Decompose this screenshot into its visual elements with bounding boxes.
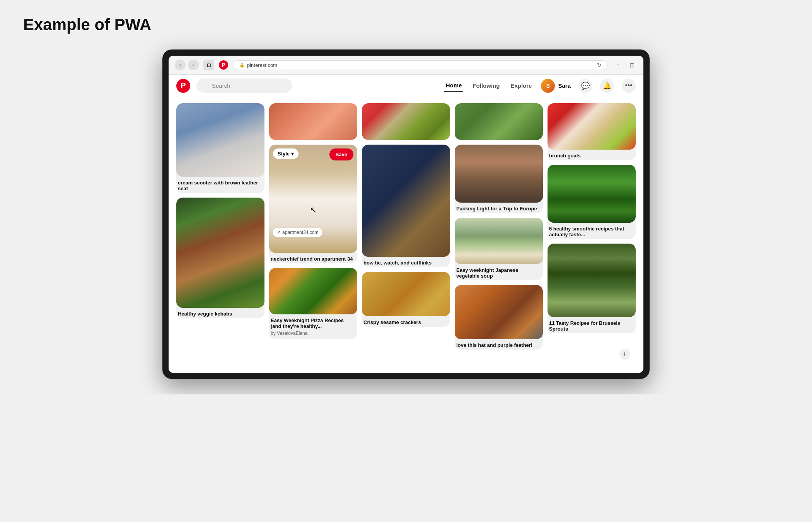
pin-image-scooter [176,103,264,177]
avatar: S [541,79,555,93]
fullscreen-icon: ⊡ [629,61,635,69]
pin-image-soup [455,218,543,264]
pin-caption-fashion: neckerchief trend on apartment 34 [269,253,357,263]
search-wrap: 🔍 [196,78,390,93]
style-label: Style [278,151,290,157]
pin-bottom3[interactable] [455,103,543,140]
pinterest-header: P 🔍 Home Following Explore S Sara 💬 🔔 [169,75,643,97]
pin-caption-brussels: 11 Tasty Recipes for Brussels Sprouts [548,317,636,333]
pin-caption-vegkebab: Healthy veggie kebabs [176,308,264,318]
add-pin-button[interactable]: + [619,349,630,360]
reload-icon[interactable]: ↻ [597,62,601,68]
pin-hat[interactable]: love this hat and purple feather! [455,285,543,350]
browser-nav: ‹ › [175,60,199,70]
pin-image-vegkebab [176,198,264,308]
pins-container: cream scooter with brown leather seat He… [169,97,643,373]
tabs-icon: ⊡ [207,62,211,68]
pin-image-smoothie [548,165,636,223]
forward-button[interactable]: › [188,60,199,70]
pin-bottom2[interactable] [362,103,450,140]
url-text: pinterest.com [247,62,277,68]
nav-home[interactable]: Home [444,80,464,92]
pin-caption-soup: Easy weeknight Japanese vegetable soup [455,264,543,280]
more-options-button[interactable]: ••• [622,79,636,93]
pin-fashion[interactable]: Style ▾ Save ↖ ↗ apartment34.com neckerc… [269,145,357,263]
pin-travel[interactable]: Packing Light for a Trip to Europe [455,145,543,213]
plus-icon: + [623,350,627,358]
notifications-button[interactable]: 🔔 [600,79,614,93]
bell-icon: 🔔 [603,82,611,90]
masonry-grid: cream scooter with brown leather seat He… [176,103,636,350]
link-text: apartment34.com [282,230,318,235]
browser-actions: ↑ ⊡ [612,60,637,70]
arrow-left-icon: ‹ [179,62,181,68]
page-title: Example of PWA [23,15,789,34]
user-menu[interactable]: S Sara [541,79,571,93]
style-dropdown[interactable]: Style ▾ [273,148,299,159]
pin-caption-travel: Packing Light for a Trip to Europe [455,203,543,213]
arrow-right-icon: › [193,62,194,68]
pin-image-travel [455,145,543,203]
pin-vegkebab[interactable]: Healthy veggie kebabs [176,198,264,318]
pin-soup[interactable]: Easy weeknight Japanese vegetable soup [455,218,543,280]
pin-caption-watch: bow tie, watch, and cufflinks [362,257,450,267]
device-frame: ‹ › ⊡ P 🔒 pinterest.com ↻ ↑ ⊡ [162,49,650,379]
pinterest-app: P 🔍 Home Following Explore S Sara 💬 🔔 [169,75,643,373]
pin-caption-scooter: cream scooter with brown leather seat [176,177,264,193]
pin-image-pizza [269,268,357,314]
pin-image-crackers [362,272,450,316]
pin-caption-brunch: brunch goals [548,150,636,160]
pin-crackers[interactable]: Crispy sesame crackers [362,272,450,327]
chat-button[interactable]: 💬 [578,79,592,93]
pin-image-watch [362,145,450,257]
username-label: Sara [558,82,571,89]
pin-caption-hat: love this hat and purple feather! [455,339,543,350]
pin-image-bottom2 [362,103,450,140]
search-input[interactable] [196,78,292,93]
pin-smoothie[interactable]: 6 healthy smoothie recipes that actually… [548,165,636,239]
back-button[interactable]: ‹ [175,60,186,70]
link-badge: ↗ apartment34.com [273,228,322,237]
pinterest-logo[interactable]: P [176,79,190,93]
pinterest-favicon: P [219,60,228,70]
chevron-down-icon: ▾ [291,151,294,157]
pin-image-bottom3 [455,103,543,140]
pin-brussels[interactable]: 11 Tasty Recipes for Brussels Sprouts [548,244,636,333]
fullscreen-button[interactable]: ⊡ [626,60,637,70]
address-bar[interactable]: 🔒 pinterest.com ↻ [233,60,608,70]
pin-image-brussels [548,244,636,317]
pin-watch[interactable]: bow tie, watch, and cufflinks [362,145,450,267]
pin-image-bottom1 [269,103,357,140]
share-icon: ↑ [616,61,619,68]
pin-caption-pizza: Easy Weeknight Pizza Recipes (and they'r… [269,314,357,331]
pin-pizza[interactable]: Easy Weeknight Pizza Recipes (and they'r… [269,268,357,339]
dots-icon: ••• [625,82,633,90]
pin-brunch[interactable]: brunch goals [548,103,636,160]
pin-scooter[interactable]: cream scooter with brown leather seat [176,103,264,193]
tabs-button[interactable]: ⊡ [203,60,214,70]
browser-chrome: ‹ › ⊡ P 🔒 pinterest.com ↻ ↑ ⊡ [169,56,643,75]
pin-image-brunch [548,103,636,150]
main-nav: Home Following Explore S Sara 💬 🔔 ••• [444,79,636,93]
lock-icon: 🔒 [239,63,245,68]
link-icon: ↗ [277,230,281,235]
pin-image-hat [455,285,543,339]
nav-explore[interactable]: Explore [509,80,533,91]
chat-icon: 💬 [581,82,590,90]
save-button[interactable]: Save [329,148,353,160]
pin-caption-crackers: Crispy sesame crackers [362,316,450,327]
pin-bottom1[interactable] [269,103,357,140]
share-button[interactable]: ↑ [612,60,623,70]
pin-sub-pizza: by VeselovaElena [269,331,357,339]
pin-caption-smoothie: 6 healthy smoothie recipes that actually… [548,223,636,239]
nav-following[interactable]: Following [471,80,501,91]
